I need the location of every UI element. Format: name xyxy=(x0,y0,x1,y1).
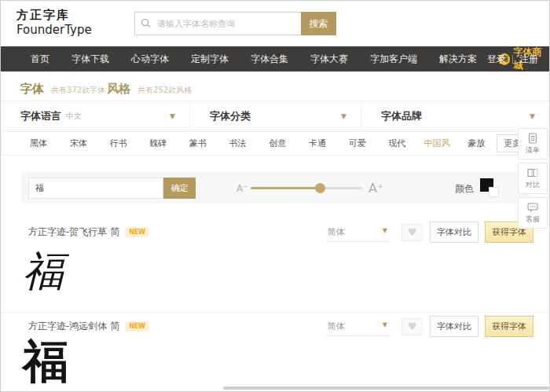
category-shufa[interactable]: 书法 xyxy=(218,137,258,149)
filter-brand-dropdown[interactable]: 字体品牌 ▼ xyxy=(361,102,549,130)
variant-dropdown[interactable]: 简体 ▼ xyxy=(326,223,389,242)
compare-panel-label: 对比 xyxy=(526,180,540,190)
list-panel-label: 清单 xyxy=(526,145,540,156)
filter-language-label: 字体语言 xyxy=(20,109,61,123)
filter-brand-label: 字体品牌 xyxy=(381,109,422,123)
chevron-down-icon: ▼ xyxy=(341,112,346,120)
heart-icon: ♥ xyxy=(408,321,417,332)
tab-fonts-label: 字体 xyxy=(20,82,44,96)
nav-auth: 登录 注册 xyxy=(487,53,538,66)
main-nav: 首页 字体下载 心动字体 定制字体 字体合集 字体大赛 字加客户端 解决方案 商… xyxy=(1,46,549,71)
new-badge: NEW xyxy=(125,321,149,332)
nav-item-custom-fonts[interactable]: 定制字体 xyxy=(191,53,229,66)
font-compare-button[interactable]: 字体对比 xyxy=(430,222,478,243)
color-label: 颜色 xyxy=(455,182,474,196)
nav-item-zijia-client[interactable]: 字加客户端 xyxy=(370,53,417,66)
register-link[interactable]: 注册 xyxy=(519,53,538,66)
variant-value: 简体 xyxy=(328,321,345,332)
filter-category-dropdown[interactable]: 字体分类 ▼ xyxy=(189,102,361,130)
font-row-controls: 简体 ▼ ♥ 字体对比 获得字体 xyxy=(326,316,534,337)
category-weibei[interactable]: 魏碑 xyxy=(138,137,178,149)
chevron-down-icon: ▼ xyxy=(170,112,175,120)
new-badge: NEW xyxy=(125,227,149,237)
font-row: 方正字迹-鸿远剑体 简 NEW 简体 ▼ ♥ 字体对比 获得字体 xyxy=(28,316,541,336)
font-name[interactable]: 方正字迹-贺飞行草 简 xyxy=(28,225,119,239)
result-tabs: 字体 共有372款字体 风格 共有252款风格 xyxy=(1,76,549,101)
favorite-button[interactable]: ♥ xyxy=(402,224,423,241)
search-button[interactable]: 搜索 xyxy=(301,12,336,35)
tab-fonts-count: 共有372款字体 xyxy=(51,86,105,94)
confirm-button[interactable]: 确定 xyxy=(163,178,196,199)
chevron-down-icon: ▼ xyxy=(383,227,387,234)
font-size-slider[interactable] xyxy=(251,187,362,189)
preview-text-input[interactable] xyxy=(28,178,163,199)
filter-row: 字体语言 中文 ▼ 字体分类 ▼ 字体品牌 ▼ xyxy=(1,102,549,130)
searchbar: 搜索 xyxy=(134,12,336,35)
category-haofang[interactable]: 豪放 xyxy=(456,137,497,149)
category-chuangyi[interactable]: 创意 xyxy=(258,137,298,149)
variant-dropdown[interactable]: 简体 ▼ xyxy=(326,317,389,336)
category-zhuanshu[interactable]: 篆书 xyxy=(178,137,218,149)
compare-icon xyxy=(527,167,538,178)
preview-control-bar: 确定 A⁻ A⁺ 颜色 xyxy=(20,172,530,203)
horizontal-scrollbar[interactable] xyxy=(223,387,549,390)
list-icon xyxy=(527,133,538,144)
font-preview-glyph[interactable]: 福 xyxy=(23,251,64,291)
tab-styles-label: 风格 xyxy=(107,82,130,96)
customer-service-button[interactable]: 客服 xyxy=(518,197,548,229)
font-row-controls: 简体 ▼ ♥ 字体对比 获得字体 xyxy=(326,222,534,243)
nav-item-font-collections[interactable]: 字体合集 xyxy=(251,53,288,66)
category-zhongguofeng[interactable]: 中国风 xyxy=(417,137,457,149)
font-preview-glyph[interactable]: 福 xyxy=(23,339,68,384)
tab-styles-count: 共有252款风格 xyxy=(138,86,192,94)
variant-value: 简体 xyxy=(328,227,345,237)
slider-fill xyxy=(251,187,320,189)
nav-item-home[interactable]: 首页 xyxy=(31,53,50,66)
filter-category-label: 字体分类 xyxy=(210,109,251,123)
font-size-decrease[interactable]: A⁻ xyxy=(236,183,248,194)
category-xingshu[interactable]: 行书 xyxy=(98,137,138,149)
category-songti[interactable]: 宋体 xyxy=(59,137,99,149)
logo[interactable]: 方正字库 FounderType xyxy=(16,8,92,38)
search-input[interactable] xyxy=(134,12,301,35)
side-panel: 清单 对比 客服 xyxy=(518,128,548,229)
font-size-increase[interactable]: A⁺ xyxy=(368,181,383,196)
category-heiti[interactable]: 黑体 xyxy=(19,137,59,149)
nav-item-font-contest[interactable]: 字体大赛 xyxy=(310,53,348,66)
background-color-swatch[interactable] xyxy=(489,187,499,197)
slider-handle[interactable] xyxy=(315,183,325,193)
category-row: 黑体 宋体 行书 魏碑 篆书 书法 创意 卡通 可爱 现代 中国风 豪放 更多 … xyxy=(1,131,549,156)
nav-item-solutions[interactable]: 解决方案 xyxy=(439,53,477,66)
font-name[interactable]: 方正字迹-鸿远剑体 简 xyxy=(28,320,119,333)
filter-language-dropdown[interactable]: 字体语言 中文 ▼ xyxy=(1,102,189,130)
list-panel-button[interactable]: 清单 xyxy=(518,128,548,159)
logo-cn: 方正字库 xyxy=(16,8,92,23)
category-xiandai[interactable]: 现代 xyxy=(377,137,417,149)
heart-icon: ♥ xyxy=(408,227,417,237)
font-compare-button[interactable]: 字体对比 xyxy=(430,316,478,337)
tab-styles[interactable]: 风格 共有252款风格 xyxy=(107,81,192,97)
compare-panel-button[interactable]: 对比 xyxy=(518,163,548,194)
auth-divider xyxy=(512,55,513,64)
category-keai[interactable]: 可爱 xyxy=(337,137,377,149)
chat-bubble-icon xyxy=(527,202,538,213)
nav-item-heart-fonts[interactable]: 心动字体 xyxy=(131,53,169,66)
tab-fonts[interactable]: 字体 共有372款字体 xyxy=(20,81,105,97)
login-link[interactable]: 登录 xyxy=(487,53,506,66)
nav-item-font-download[interactable]: 字体下载 xyxy=(72,53,109,66)
customer-service-label: 客服 xyxy=(526,214,540,225)
favorite-button[interactable]: ♥ xyxy=(402,318,423,335)
row-divider xyxy=(1,312,549,313)
font-row: 方正字迹-贺飞行草 简 NEW 简体 ▼ ♥ 字体对比 获得字体 xyxy=(28,222,541,242)
get-font-button[interactable]: 获得字体 xyxy=(485,316,534,337)
chevron-down-icon: ▼ xyxy=(530,112,535,120)
category-katong[interactable]: 卡通 xyxy=(298,137,338,149)
page: 方正字库 FounderType 搜索 首页 字体下载 心动字体 定制字体 字体… xyxy=(0,0,550,392)
search-icon xyxy=(141,18,151,28)
chevron-down-icon: ▼ xyxy=(383,321,387,328)
filter-language-value: 中文 xyxy=(66,111,82,122)
header: 方正字库 FounderType 搜索 xyxy=(1,1,549,46)
logo-en: FounderType xyxy=(16,23,92,38)
